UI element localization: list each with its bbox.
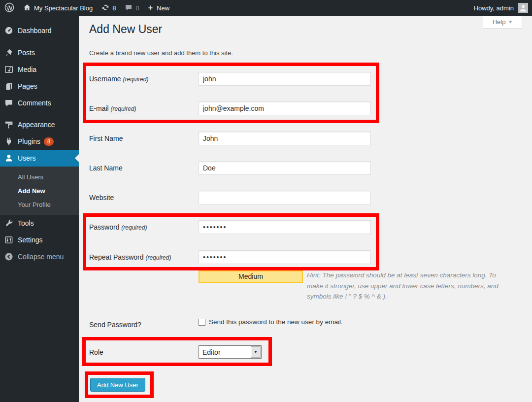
comment-count: 0 — [135, 4, 139, 12]
required-note: (required) — [123, 76, 148, 83]
sidebar-item-label: Tools — [18, 219, 34, 227]
comment-bubble-icon — [125, 3, 133, 13]
dashboard-icon — [4, 26, 14, 35]
plugin-icon — [4, 136, 14, 146]
form-row-role: Role — [89, 342, 523, 356]
form-row-password: Password (required) — [89, 220, 523, 234]
repeat-password-input[interactable] — [199, 250, 371, 264]
sidebar-item-media[interactable]: Media — [0, 61, 79, 78]
submenu-item-your-profile[interactable]: Your Profile — [0, 198, 79, 212]
comments-icon — [4, 98, 14, 108]
role-label: Role — [89, 342, 199, 356]
current-menu-arrow — [75, 154, 79, 162]
new-label: New — [157, 4, 169, 12]
add-new-user-button[interactable]: Add New User — [90, 378, 145, 392]
role-select[interactable]: Editor ▼ — [199, 345, 262, 359]
pushpin-icon — [4, 48, 14, 58]
sidebar-item-label: Media — [18, 66, 36, 73]
wordpress-logo-menu[interactable] — [0, 0, 19, 16]
repeat-password-label: Repeat Password (required) — [89, 250, 199, 261]
sidebar-item-appearance[interactable]: Appearance — [0, 116, 79, 133]
sidebar-item-label: Dashboard — [18, 27, 52, 34]
form-row-website: Website — [89, 191, 523, 204]
form-row-send-password: Send Password?Send this password to the … — [89, 318, 523, 329]
website-input[interactable] — [199, 191, 371, 204]
send-password-label: Send Password? — [89, 318, 199, 329]
page-subtitle: Create a brand new user and add them to … — [89, 49, 233, 57]
sidebar-item-pages[interactable]: Pages — [0, 78, 79, 95]
users-icon — [4, 153, 14, 163]
menu-separator — [0, 39, 79, 44]
paintbrush-icon — [4, 120, 14, 130]
wordpress-logo-icon — [4, 2, 14, 14]
chevron-down-icon — [508, 21, 512, 23]
required-note: (required) — [145, 254, 171, 261]
howdy-admin-menu[interactable]: Howdy, admin — [473, 0, 515, 16]
updates-icon — [101, 3, 109, 13]
help-button[interactable]: Help — [483, 16, 522, 29]
required-note: (required) — [121, 224, 147, 231]
users-submenu: All Users Add New Your Profile — [0, 167, 79, 215]
first-name-label: First Name — [89, 132, 199, 142]
submenu-item-add-new[interactable]: Add New — [0, 184, 79, 198]
sidebar-item-comments[interactable]: Comments — [0, 95, 79, 111]
sidebar-item-label: Plugins — [18, 137, 40, 145]
form-row-last-name: Last Name — [89, 161, 523, 175]
email-input[interactable] — [199, 101, 371, 115]
dropdown-arrow-icon: ▼ — [251, 346, 261, 358]
pages-icon — [4, 81, 14, 91]
new-content-menu[interactable]: + New — [144, 0, 174, 16]
sidebar-item-plugins[interactable]: Plugins 8 — [0, 133, 79, 150]
media-icon — [4, 65, 14, 74]
help-label: Help — [493, 18, 506, 26]
sidebar-item-label: Appearance — [18, 121, 55, 129]
site-name-link[interactable]: My Spectacular Blog — [19, 0, 97, 16]
admin-avatar[interactable] — [518, 3, 528, 13]
page-title: Add New User — [89, 23, 162, 36]
password-strength-meter: Medium — [199, 270, 303, 283]
sidebar-item-settings[interactable]: Settings — [0, 232, 79, 248]
site-name: My Spectacular Blog — [34, 4, 93, 12]
role-select-value: Editor — [199, 348, 251, 356]
form-row-repeat-password: Repeat Password (required) — [89, 250, 523, 264]
plugins-update-badge: 8 — [44, 137, 54, 146]
updates-link[interactable]: 8 — [97, 0, 120, 16]
wordpress-admin-page: My Spectacular Blog 8 0 + New Howdy, — [0, 0, 532, 402]
home-icon — [23, 3, 31, 13]
admin-sidebar: Dashboard Posts Media Pages Commen — [0, 16, 79, 402]
username-input[interactable] — [199, 72, 371, 86]
last-name-label: Last Name — [89, 161, 199, 172]
sidebar-item-label: Pages — [18, 82, 37, 90]
update-count: 8 — [112, 4, 116, 12]
username-label: Username (required) — [89, 72, 199, 83]
howdy-text: Howdy, admin — [474, 4, 514, 12]
password-input[interactable] — [199, 220, 371, 234]
submenu-item-all-users[interactable]: All Users — [0, 170, 79, 184]
main-content: Help Add New User Create a brand new use… — [79, 16, 532, 402]
form-row-email: E-mail (required) — [89, 101, 523, 115]
comments-link[interactable]: 0 — [120, 0, 143, 16]
menu-separator — [0, 111, 79, 116]
sidebar-item-users[interactable]: Users — [0, 150, 79, 167]
settings-icon — [4, 235, 14, 245]
password-label: Password (required) — [89, 220, 199, 231]
sidebar-item-tools[interactable]: Tools — [0, 215, 79, 232]
sidebar-item-label: Posts — [18, 49, 35, 57]
website-label: Website — [89, 191, 199, 201]
sidebar-item-label: Collapse menu — [18, 253, 64, 261]
plus-icon: + — [148, 3, 153, 12]
form-row-first-name: First Name — [89, 132, 523, 145]
required-note: (required) — [111, 105, 136, 112]
sidebar-item-posts[interactable]: Posts — [0, 44, 79, 61]
send-password-checkbox-text: Send this password to the new user by em… — [209, 318, 343, 326]
sidebar-item-dashboard[interactable]: Dashboard — [0, 22, 79, 39]
send-password-checkbox[interactable] — [199, 319, 205, 326]
sidebar-item-label: Comments — [18, 99, 51, 107]
sidebar-item-label: Users — [18, 154, 36, 162]
wrench-icon — [4, 218, 14, 228]
first-name-input[interactable] — [199, 132, 371, 145]
collapse-menu-button[interactable]: Collapse menu — [0, 248, 79, 265]
last-name-input[interactable] — [199, 161, 371, 175]
form-row-username: Username (required) — [89, 72, 523, 86]
sidebar-item-label: Settings — [18, 236, 43, 244]
